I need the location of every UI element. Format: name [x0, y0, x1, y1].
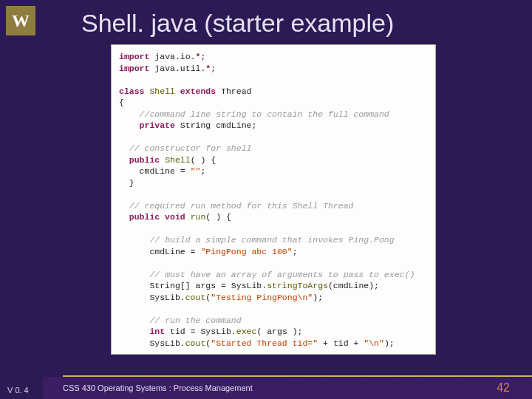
code-line: import java.util.*;: [119, 63, 428, 75]
code-line: {: [119, 97, 428, 109]
code-line: // required run method for this Shell Th…: [119, 200, 428, 212]
code-line: // run the command: [119, 315, 428, 327]
code-line: cmdLine = "PingPong abc 100";: [119, 246, 428, 258]
code-line: String[] args = SysLib.stringToArgs(cmdL…: [119, 280, 428, 292]
code-line: [119, 223, 428, 235]
footer-course: CSS 430 Operating Systems : Process Mana…: [63, 383, 497, 392]
code-line: SysLib.cout("Started Thread tid=" + tid …: [119, 338, 428, 349]
code-line: int tid = SysLib.exec( args );: [119, 326, 428, 338]
slide-title: Shell. java (starter example): [81, 9, 517, 38]
page-number: 42: [497, 381, 525, 395]
code-snippet: import java.io.*;import java.util.*; cla…: [111, 44, 436, 355]
code-line: // constructor for shell: [119, 143, 428, 154]
uw-logo: W: [6, 6, 35, 35]
code-line: public Shell( ) {: [119, 154, 428, 166]
code-line: [119, 303, 428, 315]
code-line: [119, 132, 428, 143]
code-line: [119, 257, 428, 269]
code-line: //command line string to contain the ful…: [119, 109, 428, 120]
code-line: class Shell extends Thread: [119, 86, 428, 98]
version-label: V 0. 4: [7, 386, 29, 395]
code-line: [119, 188, 428, 200]
code-line: SysLib.cout("Testing PingPong\n");: [119, 292, 428, 304]
code-line: public void run( ) {: [119, 211, 428, 223]
code-line: }: [119, 177, 428, 189]
code-line: import java.io.*;: [119, 51, 428, 63]
code-line: cmdLine = "";: [119, 166, 428, 177]
code-line: [119, 74, 428, 86]
footer-bar: CSS 430 Operating Systems : Process Mana…: [0, 377, 532, 399]
code-line: // build a simple command that invokes P…: [119, 234, 428, 246]
code-line: private String cmdLine;: [119, 120, 428, 132]
code-line: // must have an array of arguments to pa…: [119, 269, 428, 281]
code-line: [119, 349, 428, 355]
